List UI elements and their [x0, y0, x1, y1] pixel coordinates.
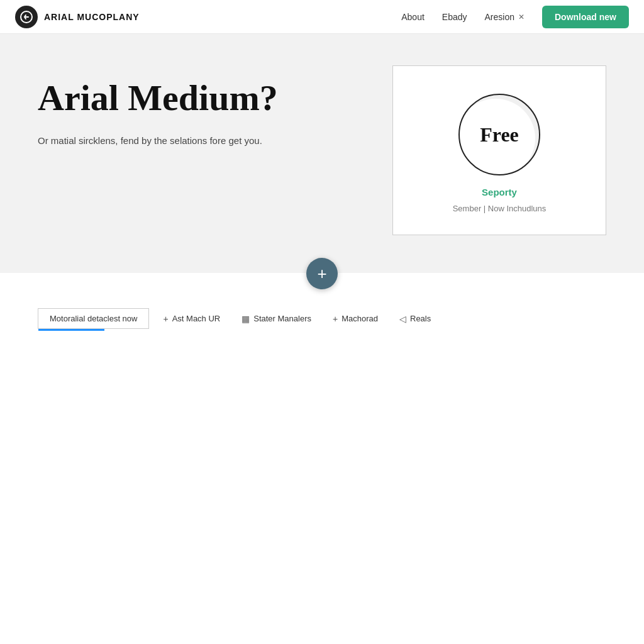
hero-subtitle: Or matial sircklens, fend by the selatio… [38, 133, 277, 148]
plus-button-container: + [0, 258, 644, 289]
hero-title: Arial Medium? [38, 78, 392, 118]
plus-icon: + [317, 264, 326, 284]
plus-icon-machorad: + [333, 314, 338, 324]
nav-link-aresion-group: Aresion ✕ [485, 12, 525, 22]
tab-ast-mach[interactable]: + Ast Mach UR [155, 310, 228, 328]
card-sublabel: Sember | Now Inchudluns [453, 204, 547, 213]
tab-ast-mach-label: Ast Mach UR [172, 314, 221, 323]
tab-active-motoralial[interactable]: Motoralial detaclest now [38, 308, 149, 329]
brand-logo-icon [15, 6, 38, 28]
content-area [0, 341, 644, 593]
nav-close-icon[interactable]: ✕ [518, 13, 525, 21]
grid-icon-stater: ▦ [242, 314, 250, 324]
tab-machorad-label: Machorad [341, 314, 378, 323]
nav-link-about[interactable]: About [401, 12, 425, 22]
navbar-links: About Ebady Aresion ✕ Download new [401, 6, 629, 28]
tab-active-label: Motoralial detaclest now [50, 314, 137, 323]
tab-reals[interactable]: ◁ Reals [392, 310, 438, 328]
nav-link-aresion[interactable]: Aresion [485, 12, 514, 22]
toolbar-tabs: Motoralial detaclest now + Ast Mach UR ▦… [38, 308, 606, 329]
brand-name: ARIAL MUCOPLANY [44, 12, 140, 22]
download-button[interactable]: Download new [542, 6, 629, 28]
hero-text-block: Arial Medium? Or matial sircklens, fend … [38, 65, 392, 148]
navbar: ARIAL MUCOPLANY About Ebady Aresion ✕ Do… [0, 0, 644, 34]
brand-logo-area: ARIAL MUCOPLANY [15, 6, 140, 28]
toolbar-section: Motoralial detaclest now + Ast Mach UR ▦… [0, 302, 644, 341]
hero-card: Free Seporty Sember | Now Inchudluns [392, 65, 606, 235]
plus-icon-ast: + [163, 314, 168, 324]
free-badge-text: Free [480, 123, 519, 147]
nav-link-ebady[interactable]: Ebady [442, 12, 467, 22]
tab-stater-manalers[interactable]: ▦ Stater Manalers [234, 310, 319, 328]
tab-machorad[interactable]: + Machorad [325, 310, 386, 328]
tab-stater-label: Stater Manalers [253, 314, 311, 323]
card-label: Seporty [482, 187, 517, 197]
free-badge: Free [458, 94, 540, 175]
plus-button[interactable]: + [306, 258, 338, 289]
chevron-left-icon-reals: ◁ [399, 314, 406, 324]
hero-section: Arial Medium? Or matial sircklens, fend … [0, 34, 644, 273]
tab-reals-label: Reals [410, 314, 431, 323]
